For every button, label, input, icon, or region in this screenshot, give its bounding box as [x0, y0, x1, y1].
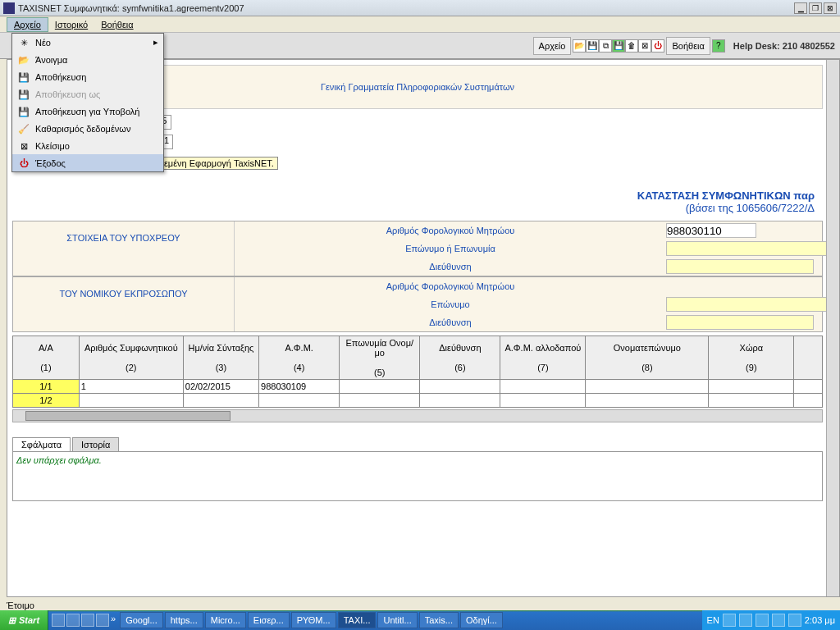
delete-icon[interactable]: 🗑	[625, 39, 638, 52]
eponymo-input[interactable]	[666, 241, 840, 256]
menu-history[interactable]: Ιστορικό	[48, 18, 94, 31]
eponymo-label: Επώνυμο ή Επωνυμία	[235, 244, 666, 253]
vertical-scrollbar[interactable]	[826, 60, 839, 596]
tray-icon[interactable]	[788, 614, 801, 627]
address2-label: Διεύθυνση	[235, 317, 666, 327]
table-header-row: Α/Α(1) Αριθμός Συμφωνητικού(2) Ημ/νία Σύ…	[13, 336, 823, 380]
exit-icon[interactable]: ⏻	[651, 39, 664, 52]
agreements-table: Α/Α(1) Αριθμός Συμφωνητικού(2) Ημ/νία Σύ…	[12, 336, 823, 408]
toolbar-file-label[interactable]: Αρχείο	[533, 37, 572, 55]
table-row[interactable]: 1/2	[13, 394, 823, 408]
quicklaunch-icon[interactable]	[52, 614, 65, 627]
tray-icon[interactable]	[756, 614, 769, 627]
language-indicator[interactable]: EN	[707, 615, 719, 625]
task-item[interactable]: Untitl...	[377, 612, 417, 628]
menu-save[interactable]: 💾Αποθήκευση	[12, 68, 163, 85]
tray-icon[interactable]	[772, 614, 785, 627]
saveas-menu-icon: 💾	[17, 88, 30, 101]
afm2-label: Αριθμός Φορολογικού Μητρώου	[235, 281, 666, 291]
quicklaunch-icon[interactable]	[96, 614, 109, 627]
menu-save-as: 💾Αποθήκευση ως	[12, 85, 163, 103]
menu-save-submit[interactable]: 💾Αποθήκευση για Υποβολή	[12, 103, 163, 120]
save-submit-menu-icon: 💾	[17, 105, 30, 118]
menu-open[interactable]: 📂Άνοιγμα	[12, 51, 163, 68]
save-submit-icon[interactable]: 💾	[612, 39, 625, 52]
help-icon[interactable]: ?	[712, 39, 725, 52]
menu-file[interactable]: Αρχείο	[7, 17, 48, 32]
maximize-button[interactable]: ❐	[809, 2, 822, 14]
task-item[interactable]: Taxis...	[419, 612, 459, 628]
doc-title-2: (βάσει της 1065606/7222/Δ	[12, 202, 823, 214]
address-input[interactable]	[666, 259, 814, 274]
start-button[interactable]: ⊞ Start	[0, 610, 48, 630]
task-item[interactable]: Micro...	[205, 612, 246, 628]
taskbar: ⊞ Start » Googl... https... Micro... Εισ…	[0, 610, 840, 630]
helpdesk-label: Help Desk: 210 4802552	[733, 41, 835, 51]
eponymo2-label: Επώνυμο	[235, 299, 666, 309]
horizontal-scrollbar[interactable]	[12, 409, 823, 422]
task-item[interactable]: https...	[165, 612, 203, 628]
quicklaunch-icon[interactable]	[66, 614, 80, 627]
tray-icon[interactable]	[739, 614, 752, 627]
minimize-button[interactable]: ▁	[794, 2, 807, 14]
menu-new[interactable]: ✳Νέο▸	[12, 34, 163, 51]
window-title: TAXISNET Συμφωνητικά: symfwnitika1.agree…	[18, 3, 794, 13]
menu-exit[interactable]: ⏻Έξοδος	[12, 154, 163, 171]
app-icon	[3, 2, 15, 14]
save-menu-icon: 💾	[17, 71, 30, 84]
submenu-arrow-icon: ▸	[153, 37, 158, 48]
table-row[interactable]: 1/1 1 02/02/2015 988030109	[13, 380, 823, 394]
exit-menu-icon: ⏻	[17, 157, 30, 170]
tab-errors[interactable]: Σφάλματα	[12, 437, 71, 451]
menu-close[interactable]: ⊠Κλείσιμο	[12, 137, 163, 154]
status-bar: Έτοιμο	[7, 600, 34, 610]
copy-icon[interactable]: ⧉	[599, 39, 612, 52]
task-item[interactable]: Εισερ...	[248, 612, 290, 628]
doc-title-1: ΚΑΤΑΣΤΑΣΗ ΣΥΜΦΩΝΗΤΙΚΩΝ παρ	[12, 189, 823, 202]
menu-clear[interactable]: 🧹Καθαρισμός δεδομένων	[12, 120, 163, 137]
open-menu-icon: 📂	[17, 53, 30, 66]
address2-input[interactable]	[666, 315, 814, 330]
scrollbar-thumb[interactable]	[25, 411, 231, 421]
address-label: Διεύθυνση	[235, 262, 666, 272]
eponymo2-input[interactable]	[666, 297, 840, 312]
save-icon[interactable]: 💾	[586, 39, 599, 52]
toolbar-help-label[interactable]: Βοήθεια	[666, 37, 710, 55]
quicklaunch-expand-icon[interactable]: »	[111, 614, 116, 627]
close-button[interactable]: ⊠	[824, 2, 837, 14]
open-icon[interactable]: 📂	[573, 39, 586, 52]
section-representative: ΤΟΥ ΝΟΜΙΚΟΥ ΕΚΠΡΟΣΩΠΟΥ	[13, 277, 235, 331]
task-item[interactable]: Οδηγί...	[460, 612, 503, 628]
close-doc-icon[interactable]: ⊠	[638, 39, 651, 52]
task-item[interactable]: TAXI...	[338, 612, 377, 628]
close-menu-icon: ⊠	[17, 139, 30, 153]
tab-history[interactable]: Ιστορία	[72, 437, 119, 451]
file-menu-dropdown: ✳Νέο▸ 📂Άνοιγμα 💾Αποθήκευση 💾Αποθήκευση ω…	[11, 33, 164, 172]
new-icon: ✳	[17, 36, 30, 49]
afm-input[interactable]	[666, 223, 756, 238]
windows-icon: ⊞	[8, 615, 16, 626]
clock[interactable]: 2:03 μμ	[805, 615, 835, 625]
clear-menu-icon: 🧹	[17, 122, 30, 135]
tray-icon[interactable]	[723, 614, 736, 627]
menu-help[interactable]: Βοήθεια	[94, 18, 139, 31]
afm-label: Αριθμός Φορολογικού Μητρώου	[235, 226, 666, 235]
section-obligor: ΣΤΟΙΧΕΙΑ ΤΟΥ ΥΠΟΧΡΕΟΥ	[13, 221, 235, 276]
task-item[interactable]: Googl...	[120, 612, 163, 628]
quicklaunch-icon[interactable]	[81, 614, 94, 627]
task-item[interactable]: ΡΥΘΜ...	[291, 612, 336, 628]
error-message: Δεν υπάρχει σφάλμα.	[12, 452, 823, 501]
